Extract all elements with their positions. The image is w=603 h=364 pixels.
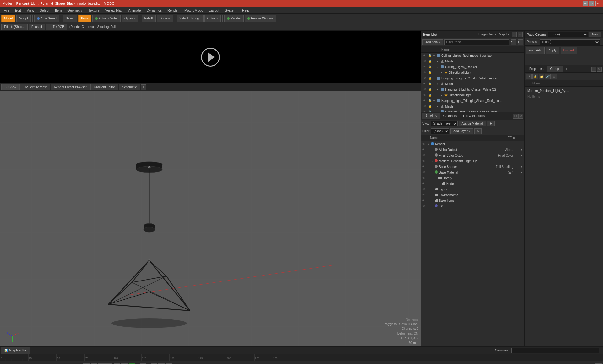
shade-row[interactable]: 👁 Alpha OutputAlpha▾ (421, 147, 524, 153)
item-row[interactable]: 👁🔒▸Mesh (421, 81, 524, 87)
falloff-button[interactable]: Falloff (142, 15, 156, 22)
item-row[interactable]: 👁🔒▸Hanging_Light_Triangle_Shape_Red (2) (421, 109, 524, 112)
shade-eye-icon[interactable]: 👁 (422, 199, 427, 202)
item-eye-icon[interactable]: 👁 (422, 87, 427, 92)
shade-arrow-icon[interactable]: ▾ (519, 154, 523, 157)
item-expand-icon[interactable]: ▸ (436, 66, 439, 68)
filter-items-input[interactable] (444, 39, 509, 46)
s-button[interactable]: S (511, 39, 516, 46)
filter-s-button[interactable]: F (518, 39, 523, 46)
filter-select[interactable]: (none) (431, 128, 449, 134)
item-row[interactable]: 👁🔒▸Hanging_3-Lights_Cluster_White (2) (421, 87, 524, 92)
item-lock-icon[interactable]: 🔒 (427, 104, 432, 109)
menu-file[interactable]: File (1, 8, 12, 13)
item-expand-icon[interactable]: ▾ (432, 54, 436, 57)
shade-eye-icon[interactable]: 👁 (422, 171, 427, 174)
shading-expand-icon[interactable]: ⬡ (513, 114, 518, 119)
shade-row[interactable]: 👁 Final Color OutputFinal Color▾ (421, 153, 524, 158)
menu-select[interactable]: Select (37, 8, 52, 13)
shade-eye-icon[interactable]: 👁 (422, 142, 427, 146)
shade-eye-icon[interactable]: 👁 (422, 205, 427, 208)
menu-animate[interactable]: Animate (126, 8, 143, 13)
shader-tree-select[interactable]: Shader Tree (431, 121, 458, 126)
shade-arrow-icon[interactable]: ▾ (519, 148, 523, 151)
shading-tab-channels[interactable]: Channels (440, 113, 460, 119)
item-list-content[interactable]: 👁🔒▾Ceiling_Lights_Red_modo_base.lxo👁🔒▸Me… (421, 53, 524, 112)
shade-eye-icon[interactable]: 👁 (422, 188, 427, 191)
item-eye-icon[interactable]: 👁 (422, 110, 427, 112)
select-through-button[interactable]: Select Through (177, 15, 204, 22)
action-center-button[interactable]: Action Center (92, 15, 121, 22)
shade-row[interactable]: 👁 Lights (421, 186, 524, 192)
menu-system[interactable]: System (222, 8, 239, 13)
tab-graph-editor[interactable]: 📊 Graph Editor (1, 347, 30, 354)
settings-icon-btn[interactable]: ⚙ (551, 74, 557, 79)
apply-button[interactable]: Apply (546, 47, 559, 54)
item-expand-icon[interactable]: ▸ (440, 94, 443, 97)
item-row[interactable]: 👁🔒▸Directional Light (421, 92, 524, 98)
lock-icon-btn[interactable]: 🔒 (532, 74, 538, 79)
item-row[interactable]: 👁🔒▸Mesh (421, 58, 524, 64)
tab-properties[interactable]: Properties (526, 66, 547, 72)
shading-tab-info[interactable]: Info & Statistics (460, 113, 488, 119)
item-expand-icon[interactable]: ▸ (436, 88, 439, 91)
play-preview-button[interactable] (201, 48, 220, 67)
item-eye-icon[interactable]: 👁 (422, 104, 427, 109)
shade-row[interactable]: 👁 Nodes (421, 181, 524, 186)
timeline-bar[interactable]: 0 25 50 75 100 125 150 175 200 225 225 (0, 354, 603, 361)
shade-eye-icon[interactable]: 👁 (422, 154, 427, 157)
item-lock-icon[interactable]: 🔒 (427, 110, 432, 112)
shade-eye-icon[interactable]: 👁 (422, 182, 427, 185)
auto-select-button[interactable]: Auto Select (34, 15, 59, 22)
item-expand-icon[interactable]: ▸ (440, 71, 443, 74)
tab-3d-view[interactable]: 3D View (1, 84, 20, 90)
vertex-map-list-tab[interactable]: Vertex Map List (489, 33, 511, 36)
shading-settings-icon[interactable]: ⚙ (518, 114, 523, 119)
close-button[interactable]: ✕ (595, 1, 600, 6)
menu-help[interactable]: Help (240, 8, 252, 13)
group-item-pendant[interactable]: Modern_Pendant_Light_Pyr... (526, 88, 602, 94)
item-eye-icon[interactable]: 👁 (422, 99, 427, 103)
item-row[interactable]: 👁🔒▸Mesh (421, 104, 524, 109)
settings-icon[interactable]: ⚙ (518, 32, 523, 37)
shade-row[interactable]: 👁 Environments (421, 192, 524, 198)
render-button[interactable]: Render (224, 15, 244, 22)
item-lock-icon[interactable]: 🔒 (427, 76, 432, 80)
shade-arrow-icon[interactable]: ▾ (519, 171, 523, 174)
item-eye-icon[interactable]: 👁 (422, 65, 427, 69)
shade-row[interactable]: 👁 Base ShaderFull Shading▾ (421, 164, 524, 169)
lut-button[interactable]: LUT: sRGB (46, 24, 67, 30)
menu-edit[interactable]: Edit (13, 8, 24, 13)
menu-view[interactable]: View (24, 8, 37, 13)
menu-dynamics[interactable]: Dynamics (144, 8, 164, 13)
pass-groups-select[interactable]: (none) (548, 32, 588, 37)
discard-button[interactable]: Discard (561, 47, 577, 54)
shade-row[interactable]: 👁 Library (421, 175, 524, 181)
shading-tab-shading[interactable]: Shading (422, 113, 440, 119)
eye-icon-btn[interactable]: 👁 (526, 74, 532, 79)
viewport-3d[interactable]: Perspective Default Ray GL: Off ⌂ □ 🔍 ⚙ (0, 91, 421, 346)
item-row[interactable]: 👁🔒▸Ceiling_Lights_Red (2) (421, 64, 524, 70)
minimize-button[interactable]: ─ (583, 1, 588, 6)
item-lock-icon[interactable]: 🔒 (427, 93, 432, 97)
item-lock-icon[interactable]: 🔒 (427, 82, 432, 86)
groups-content[interactable]: Modern_Pendant_Light_Pyr... No Items (525, 87, 603, 346)
menu-geometry[interactable]: Geometry (65, 8, 85, 13)
shade-row[interactable]: 👁▾Render (421, 141, 524, 147)
item-lock-icon[interactable]: 🔒 (427, 70, 432, 75)
command-input[interactable] (511, 348, 599, 353)
add-layer-button[interactable]: Add Layer ▾ (450, 128, 473, 134)
assign-material-button[interactable]: Assign Material (459, 121, 486, 126)
options-2-button[interactable]: Options (157, 15, 173, 22)
tab-gradient-editor[interactable]: Gradient Editor (90, 84, 118, 90)
folder-icon-btn[interactable]: 📁 (539, 74, 544, 79)
auto-add-button[interactable]: Auto Add (526, 47, 545, 54)
effect-button[interactable]: Effect: (Shad... (1, 24, 28, 30)
f-button[interactable]: F (487, 121, 495, 126)
item-row[interactable]: 👁🔒▾Hanging_3-Lights_Cluster_White_modo_.… (421, 75, 524, 81)
item-lock-icon[interactable]: 🔒 (427, 99, 432, 103)
tab-render-preset-browser[interactable]: Render Preset Browser (51, 84, 90, 90)
tab-groups[interactable]: Groups (547, 66, 564, 72)
shade-row[interactable]: 👁 Base Material(all)▾ (421, 169, 524, 175)
item-row[interactable]: 👁🔒▾Hanging_Light_Triangle_Shape_Red_mo .… (421, 98, 524, 104)
